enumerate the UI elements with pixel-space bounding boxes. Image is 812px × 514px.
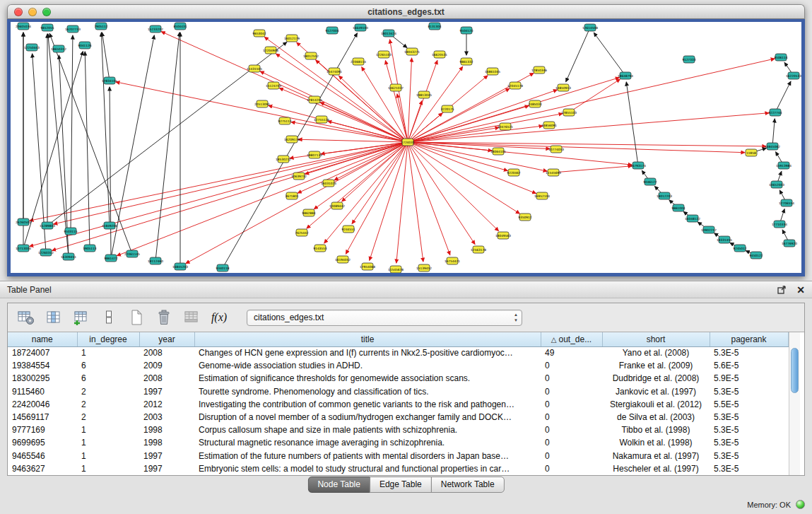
table-cell[interactable]: 9777169 (8, 424, 77, 436)
graph-edge[interactable] (553, 166, 632, 173)
graph-node[interactable]: 17954068 (360, 263, 375, 270)
tab-network-table[interactable]: Network Table (431, 477, 505, 493)
graph-node[interactable]: 7905112 (94, 23, 107, 30)
table-cell[interactable]: 0 (541, 424, 602, 436)
table-row[interactable]: 2242004622012Investigating the contribut… (8, 398, 788, 411)
graph-node[interactable]: 18331455 (717, 236, 732, 243)
graph-node[interactable]: 18012203 (657, 192, 672, 199)
graph-node[interactable]: 17710334 (772, 221, 787, 228)
graph-edge[interactable] (408, 142, 450, 255)
graph-node[interactable]: 26260503 (16, 218, 31, 226)
graph-node[interactable]: 15139452 (416, 264, 432, 271)
table-row[interactable]: 977716911998Corpus callosum shape and si… (8, 424, 788, 436)
table-cell[interactable]: Estimation of significance thresholds fo… (194, 372, 541, 385)
graph-node[interactable]: 9143553 (313, 245, 326, 252)
table-cell[interactable]: 1997 (139, 450, 194, 462)
table-cell[interactable]: 0 (541, 411, 602, 424)
table-cell[interactable]: Wolkin et al. (1998) (602, 436, 710, 449)
graph-edge[interactable] (408, 66, 463, 142)
graph-edge[interactable] (566, 28, 590, 82)
table-cell[interactable]: 5.3E-5 (710, 450, 788, 462)
graph-node[interactable]: 15474091 (326, 68, 342, 75)
graph-node[interactable]: 9504120 (459, 27, 473, 34)
table-cell[interactable]: 5.3E-5 (710, 411, 788, 424)
graph-node[interactable]: 14621037 (388, 84, 404, 91)
graph-node[interactable]: 9862884 (302, 209, 315, 216)
graph-node[interactable]: 9227744 (768, 109, 782, 116)
table-cell[interactable]: 2008 (139, 372, 194, 385)
graph-node[interactable]: 15958 (746, 149, 757, 156)
column-header-out_de[interactable]: △out_de... (541, 332, 602, 346)
graph-node[interactable]: 15233207 (148, 25, 163, 33)
window-titlebar[interactable]: citations_edges.txt (7, 4, 805, 19)
graph-edge[interactable] (161, 32, 408, 142)
table-cell[interactable]: Jankovic et al. (1997) (602, 385, 710, 398)
table-row[interactable]: 1872400712008Changes of HCN gene express… (8, 346, 788, 359)
table-cell[interactable]: 0 (541, 398, 602, 411)
graph-node[interactable]: 16309451 (61, 253, 76, 260)
graph-node[interactable]: 5905113 (83, 245, 96, 252)
graph-node[interactable]: 10476521 (498, 123, 513, 130)
graph-node[interactable]: 10089442 (329, 202, 345, 209)
table-cell[interactable]: 0 (541, 450, 602, 462)
graph-node[interactable]: 16194052 (335, 256, 351, 263)
table-cell[interactable]: 2 (77, 411, 139, 424)
graph-node[interactable]: 16031024 (321, 180, 336, 187)
graph-node[interactable]: 9503115 (64, 228, 77, 235)
graph-node[interactable]: 9506114 (774, 54, 787, 61)
table-row[interactable]: 946362711997Embryonic stem cells: a mode… (8, 462, 788, 475)
table-cell[interactable]: 2 (77, 398, 139, 411)
table-cell[interactable]: 49 (541, 346, 602, 359)
graph-node[interactable]: 19807133 (307, 151, 322, 158)
close-window-button[interactable] (14, 8, 23, 16)
graph-node[interactable]: 9450122 (749, 252, 763, 259)
table-cell[interactable]: 5.3E-5 (710, 436, 788, 449)
graph-node[interactable]: 8504431 (173, 23, 187, 30)
delete-table-button[interactable] (154, 307, 174, 328)
float-panel-icon[interactable] (777, 285, 787, 294)
graph-node[interactable]: 9245012 (733, 245, 746, 252)
minimize-window-button[interactable] (28, 8, 37, 16)
graph-edge[interactable] (110, 87, 111, 258)
graph-node[interactable]: 10652003 (769, 181, 784, 188)
edit-table-button[interactable] (71, 307, 91, 328)
graph-node[interactable]: 11431505 (247, 65, 262, 72)
graph-edge[interactable] (772, 119, 775, 146)
graph-node[interactable]: 10902217 (701, 226, 717, 233)
graph-node[interactable]: 12755126 (314, 116, 329, 123)
table-cell[interactable]: 2003 (139, 411, 194, 424)
graph-node[interactable]: 22061145 (124, 250, 140, 257)
graph-edge[interactable] (408, 126, 543, 142)
graph-edge[interactable] (408, 142, 766, 146)
network-graph[interactable]: 1724031965304212204906114315051512470320… (11, 22, 801, 273)
table-source-select[interactable]: citations_edges.txt ▲▼ (247, 310, 522, 326)
graph-node[interactable]: 18064101 (490, 148, 506, 155)
graph-edge[interactable] (59, 55, 69, 257)
tab-edge-table[interactable]: Edge Table (370, 477, 432, 493)
table-cell[interactable]: Changes of HCN gene expression and I(f) … (194, 346, 541, 359)
tab-node-table[interactable]: Node Table (307, 477, 370, 493)
table-cell[interactable]: 0 (541, 359, 602, 372)
graph-node[interactable]: 18650312 (51, 45, 66, 52)
table-cell[interactable]: Disruption of a novel member of a sodium… (194, 411, 541, 424)
graph-node[interactable]: 15289803 (40, 222, 55, 229)
table-row[interactable]: 1830029562008Estimation of significance … (8, 372, 788, 385)
graph-node[interactable]: 12265103 (376, 51, 392, 58)
graph-edge[interactable] (101, 33, 110, 226)
graph-node[interactable]: 17814205 (307, 96, 322, 103)
graph-node[interactable]: 9127004 (325, 27, 339, 34)
graph-node[interactable]: 12563178 (471, 246, 486, 253)
graph-node[interactable]: 10639732 (291, 173, 307, 180)
zoom-window-button[interactable] (42, 8, 51, 16)
table-cell[interactable]: Tourette syndrome. Phenomenology and cla… (194, 385, 541, 398)
graph-node[interactable]: 9653042 (252, 30, 266, 37)
graph-node[interactable]: 19813045 (416, 91, 432, 98)
graph-node[interactable]: 18112460 (148, 257, 163, 264)
graph-node[interactable]: 8131304 (428, 23, 441, 30)
graph-node[interactable]: 9812055 (40, 24, 54, 31)
graph-edge[interactable] (111, 35, 154, 258)
table-cell[interactable]: 22420046 (8, 398, 77, 411)
table-cell[interactable]: 5.3E-5 (710, 462, 788, 475)
graph-node[interactable]: 7485033 (528, 100, 541, 107)
new-table-button[interactable] (126, 307, 146, 328)
